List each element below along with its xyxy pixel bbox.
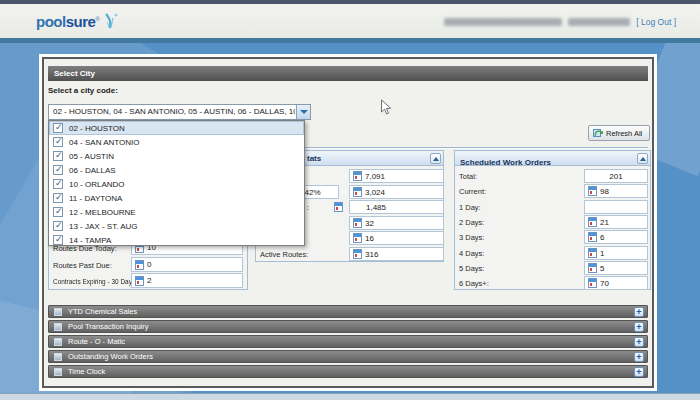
collapse-icon: [640, 157, 646, 161]
scheduled-work-orders-panel: Scheduled Work Orders Total: 201 Current…: [454, 150, 651, 290]
active-routes-value: 316: [365, 250, 378, 259]
current-value: 98: [600, 187, 609, 196]
report-icon: [588, 263, 597, 273]
one-day-field[interactable]: [584, 200, 648, 214]
accordion-pool-transaction-inquiry[interactable]: Pool Transaction Inquiry +: [48, 320, 648, 333]
two-days-label: 2 Days:: [459, 218, 484, 227]
logo-text-sure: sure: [66, 13, 96, 30]
checkbox-checked-icon[interactable]: [53, 179, 63, 189]
checkbox-checked-icon[interactable]: [53, 123, 63, 133]
active-routes-field[interactable]: 316: [349, 247, 444, 261]
contracts-expiring-value: 2: [147, 276, 151, 285]
checkbox-checked-icon[interactable]: [53, 151, 63, 161]
contracts-expiring-label: Contracts Expiring - 30 Days:: [53, 277, 137, 286]
stat-field[interactable]: 32: [349, 216, 444, 230]
dashboard-panel: Select City Select a city code: 02 - HOU…: [42, 57, 654, 388]
accordion-time-clock[interactable]: Time Clock +: [48, 365, 648, 378]
expand-plus-icon[interactable]: +: [634, 352, 644, 362]
refresh-all-button[interactable]: Refresh All: [588, 125, 650, 141]
stats-panel-title-fragment: tats: [307, 151, 321, 166]
combobox-value: 02 - HOUSTON, 04 - SAN ANTONIO, 05 - AUS…: [49, 105, 295, 119]
one-day-label: 1 Day:: [459, 203, 481, 212]
five-days-value: 5: [600, 264, 604, 273]
city-option-jax-st-aug[interactable]: 13 - JAX - ST. AUG: [49, 219, 304, 233]
contracts-expiring-field[interactable]: 2: [131, 273, 243, 288]
checkbox-checked-icon[interactable]: [53, 193, 63, 203]
city-option-tampa[interactable]: 14 - TAMPA: [49, 233, 304, 247]
accordion-title: Outstanding Work Orders: [68, 352, 634, 361]
user-area: [ Log Out ]: [444, 17, 676, 27]
city-option-austin[interactable]: 05 - AUSTIN: [49, 149, 304, 163]
stat-field[interactable]: 3,024: [349, 185, 444, 199]
mouse-cursor-icon: [380, 99, 392, 116]
report-icon: [588, 278, 597, 288]
total-field[interactable]: 201: [584, 169, 648, 183]
combobox-dropdown-button[interactable]: [296, 105, 310, 119]
city-code-label: Select a city code:: [48, 86, 118, 95]
checkbox-checked-icon[interactable]: [53, 235, 63, 245]
city-option-orlando[interactable]: 10 - ORLANDO: [49, 177, 304, 191]
percent-value: 42%: [304, 188, 320, 197]
two-days-field[interactable]: 21: [584, 215, 648, 229]
active-routes-label: Active Routes:: [260, 250, 308, 259]
city-option-label: 12 - MELBOURNE: [69, 208, 136, 217]
five-days-field[interactable]: 5: [584, 261, 648, 275]
city-option-label: 05 - AUSTIN: [69, 152, 114, 161]
checkbox-checked-icon[interactable]: [53, 207, 63, 217]
accordion-outstanding-work-orders[interactable]: Outstanding Work Orders +: [48, 350, 648, 363]
table-row: 1 Day:: [455, 200, 650, 214]
expand-plus-icon[interactable]: +: [634, 322, 644, 332]
table-row: 4 Days: 1: [455, 246, 650, 260]
five-days-label: 5 Days:: [459, 264, 484, 273]
label-fragment: :: [307, 203, 309, 212]
city-option-houston[interactable]: 02 - HOUSTON: [49, 121, 304, 135]
report-icon[interactable]: [334, 202, 343, 212]
city-option-melbourne[interactable]: 12 - MELBOURNE: [49, 205, 304, 219]
report-icon: [353, 233, 362, 243]
six-days-plus-field[interactable]: 70: [584, 276, 648, 290]
table-row: Contracts Expiring - 30 Days: 2: [49, 273, 247, 288]
accordion-ytd-chemical-sales[interactable]: YTD Chemical Sales +: [48, 305, 648, 318]
report-icon: [353, 187, 362, 197]
report-icon: [353, 218, 362, 228]
routes-past-due-field[interactable]: 0: [131, 257, 243, 272]
collapse-button[interactable]: [430, 153, 441, 164]
stat-value: 7,091: [365, 172, 385, 181]
four-days-field[interactable]: 1: [584, 246, 648, 260]
table-row: 6 Days+: 70: [455, 276, 650, 290]
city-option-san-antonio[interactable]: 04 - SAN ANTONIO: [49, 135, 304, 149]
refresh-icon: [593, 128, 603, 138]
stat-field[interactable]: 16: [349, 231, 444, 245]
accordion-route-o-matic[interactable]: Route - O - Matic +: [48, 335, 648, 348]
three-days-field[interactable]: 6: [584, 230, 648, 244]
select-city-header: Select City: [48, 66, 648, 81]
report-icon: [353, 171, 362, 181]
log-out-link[interactable]: [ Log Out ]: [636, 17, 676, 27]
expand-plus-icon[interactable]: +: [634, 307, 644, 317]
stat-field[interactable]: 1,485: [349, 200, 444, 214]
city-option-label: 11 - DAYTONA: [69, 194, 122, 203]
report-icon: [135, 260, 144, 270]
two-days-value: 21: [600, 218, 609, 227]
city-option-label: 13 - JAX - ST. AUG: [69, 222, 137, 231]
city-option-label: 06 - DALLAS: [69, 166, 116, 175]
stat-value: 16: [365, 234, 374, 243]
chevron-down-icon: [300, 110, 308, 114]
six-days-plus-label: 6 Days+:: [459, 279, 489, 288]
checkbox-checked-icon[interactable]: [53, 137, 63, 147]
collapse-button[interactable]: [637, 153, 648, 164]
checkbox-checked-icon[interactable]: [53, 165, 63, 175]
city-code-combobox[interactable]: 02 - HOUSTON, 04 - SAN ANTONIO, 05 - AUS…: [48, 104, 311, 120]
stat-field[interactable]: 7,091: [349, 169, 444, 183]
city-option-dallas[interactable]: 06 - DALLAS: [49, 163, 304, 177]
expand-plus-icon[interactable]: +: [634, 337, 644, 347]
current-label: Current:: [459, 187, 486, 196]
city-option-daytona[interactable]: 11 - DAYTONA: [49, 191, 304, 205]
background-band: [0, 38, 700, 43]
refresh-all-label: Refresh All: [606, 129, 642, 138]
expand-plus-icon[interactable]: +: [634, 367, 644, 377]
current-field[interactable]: 98: [584, 184, 648, 198]
checkbox-checked-icon[interactable]: [53, 221, 63, 231]
bottom-bar: [0, 393, 700, 400]
work-orders-panel-header: Scheduled Work Orders: [455, 151, 650, 166]
